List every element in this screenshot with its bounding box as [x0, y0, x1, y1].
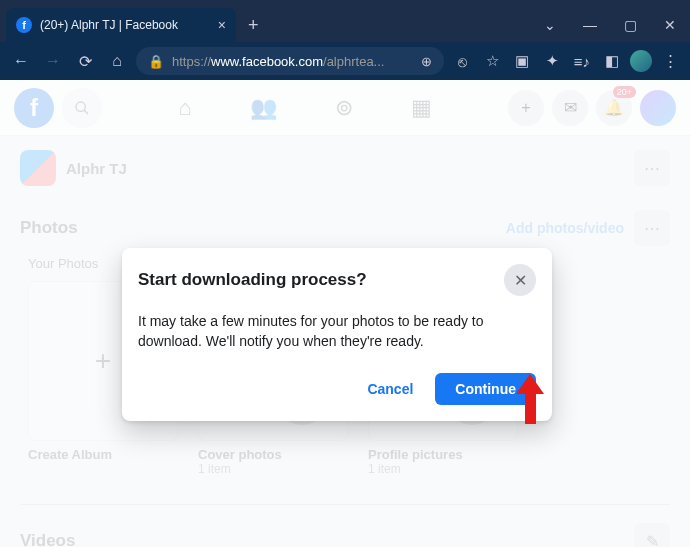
window-controls: ⌄ — ▢ ✕	[530, 8, 690, 42]
new-tab-button[interactable]: +	[248, 15, 259, 36]
menu-icon[interactable]: ⋮	[658, 52, 682, 70]
tab-close-icon[interactable]: ×	[218, 17, 226, 33]
url-text: https://www.facebook.com/alphrtea...	[172, 54, 413, 69]
cancel-button[interactable]: Cancel	[353, 373, 427, 405]
star-icon[interactable]: ☆	[480, 52, 504, 70]
lock-icon: 🔒	[148, 54, 164, 69]
modal-body: It may take a few minutes for your photo…	[138, 312, 536, 351]
modal-footer: Cancel Continue	[138, 373, 536, 405]
playlist-icon[interactable]: ≡♪	[570, 53, 594, 70]
tab-title: (20+) Alphr TJ | Facebook	[40, 18, 212, 32]
modal-title: Start downloading process?	[138, 270, 367, 290]
browser-titlebar: f (20+) Alphr TJ | Facebook × + ⌄ — ▢ ✕	[0, 0, 690, 42]
modal-close-button[interactable]: ✕	[504, 264, 536, 296]
facebook-favicon: f	[16, 17, 32, 33]
close-icon[interactable]: ✕	[650, 17, 690, 33]
home-button[interactable]: ⌂	[104, 52, 130, 70]
maximize-icon[interactable]: ▢	[610, 17, 650, 33]
browser-toolbar: ← → ⟳ ⌂ 🔒 https://www.facebook.com/alphr…	[0, 42, 690, 80]
annotation-arrow	[516, 374, 544, 424]
forward-button[interactable]: →	[40, 52, 66, 70]
profile-extension-icon[interactable]	[630, 50, 652, 72]
tabs-icon[interactable]: ◧	[600, 52, 624, 70]
browser-tab[interactable]: f (20+) Alphr TJ | Facebook ×	[6, 8, 236, 42]
back-button[interactable]: ←	[8, 52, 34, 70]
minimize-icon[interactable]: —	[570, 17, 610, 33]
share-icon[interactable]: ⎋	[450, 53, 474, 70]
reload-button[interactable]: ⟳	[72, 52, 98, 71]
url-bar[interactable]: 🔒 https://www.facebook.com/alphrtea... ⊕	[136, 47, 444, 75]
chevron-down-icon[interactable]: ⌄	[530, 17, 570, 33]
modal-header: Start downloading process? ✕	[138, 264, 536, 296]
search-icon[interactable]: ⊕	[421, 54, 432, 69]
reader-icon[interactable]: ▣	[510, 52, 534, 70]
extensions-icon[interactable]: ✦	[540, 52, 564, 70]
download-modal: Start downloading process? ✕ It may take…	[122, 248, 552, 421]
